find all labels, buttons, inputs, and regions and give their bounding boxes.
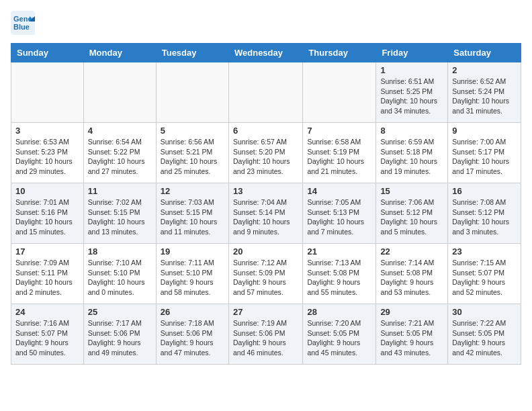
day-number: 7: [307, 126, 371, 136]
calendar-header-row: SundayMondayTuesdayWednesdayThursdayFrid…: [11, 44, 521, 62]
day-info: Sunrise: 6:57 AM Sunset: 5:20 PM Dayligh…: [233, 137, 298, 177]
day-number: 21: [307, 246, 371, 257]
calendar-cell: 4Sunrise: 6:54 AM Sunset: 5:22 PM Daylig…: [83, 123, 156, 183]
day-info: Sunrise: 7:17 AM Sunset: 5:06 PM Dayligh…: [88, 318, 152, 358]
calendar-row: 3Sunrise: 6:53 AM Sunset: 5:23 PM Daylig…: [11, 123, 521, 183]
header: General Blue: [11, 11, 521, 35]
day-info: Sunrise: 7:14 AM Sunset: 5:08 PM Dayligh…: [380, 258, 443, 298]
day-info: Sunrise: 6:53 AM Sunset: 5:23 PM Dayligh…: [15, 137, 79, 177]
weekday-header: Thursday: [303, 44, 376, 62]
weekday-header: Tuesday: [156, 44, 228, 62]
calendar-cell: 12Sunrise: 7:03 AM Sunset: 5:15 PM Dayli…: [156, 183, 228, 244]
calendar-row: 10Sunrise: 7:01 AM Sunset: 5:16 PM Dayli…: [11, 183, 521, 244]
day-info: Sunrise: 7:15 AM Sunset: 5:07 PM Dayligh…: [452, 258, 517, 298]
calendar-cell: 25Sunrise: 7:17 AM Sunset: 5:06 PM Dayli…: [83, 304, 156, 365]
day-number: 4: [88, 126, 152, 136]
calendar-cell: 26Sunrise: 7:18 AM Sunset: 5:06 PM Dayli…: [156, 304, 228, 365]
calendar-cell: 23Sunrise: 7:15 AM Sunset: 5:07 PM Dayli…: [448, 244, 521, 304]
day-info: Sunrise: 7:09 AM Sunset: 5:11 PM Dayligh…: [15, 258, 79, 298]
calendar-cell: 18Sunrise: 7:10 AM Sunset: 5:10 PM Dayli…: [83, 244, 156, 304]
day-info: Sunrise: 7:20 AM Sunset: 5:05 PM Dayligh…: [307, 318, 371, 358]
day-number: 17: [15, 246, 79, 257]
day-number: 29: [380, 307, 443, 317]
calendar-cell: [156, 62, 228, 123]
day-number: 5: [161, 126, 224, 136]
calendar-body: 1Sunrise: 6:51 AM Sunset: 5:25 PM Daylig…: [11, 62, 521, 365]
day-info: Sunrise: 7:22 AM Sunset: 5:05 PM Dayligh…: [452, 318, 517, 358]
day-info: Sunrise: 7:12 AM Sunset: 5:09 PM Dayligh…: [233, 258, 298, 298]
day-info: Sunrise: 6:58 AM Sunset: 5:19 PM Dayligh…: [307, 137, 371, 177]
day-info: Sunrise: 6:59 AM Sunset: 5:18 PM Dayligh…: [380, 137, 443, 177]
day-number: 24: [15, 307, 79, 317]
weekday-header: Friday: [376, 44, 448, 62]
day-number: 3: [15, 126, 79, 136]
day-number: 8: [380, 126, 443, 136]
calendar-cell: 22Sunrise: 7:14 AM Sunset: 5:08 PM Dayli…: [376, 244, 448, 304]
day-number: 12: [161, 186, 224, 196]
weekday-header: Wednesday: [228, 44, 302, 62]
day-number: 27: [233, 307, 298, 317]
calendar-cell: 30Sunrise: 7:22 AM Sunset: 5:05 PM Dayli…: [448, 304, 521, 365]
day-info: Sunrise: 7:02 AM Sunset: 5:15 PM Dayligh…: [88, 197, 152, 237]
day-info: Sunrise: 7:06 AM Sunset: 5:12 PM Dayligh…: [380, 197, 443, 237]
calendar-cell: 15Sunrise: 7:06 AM Sunset: 5:12 PM Dayli…: [376, 183, 448, 244]
calendar-cell: 2Sunrise: 6:52 AM Sunset: 5:24 PM Daylig…: [448, 62, 521, 123]
calendar-cell: 1Sunrise: 6:51 AM Sunset: 5:25 PM Daylig…: [376, 62, 448, 123]
day-info: Sunrise: 7:01 AM Sunset: 5:16 PM Dayligh…: [15, 197, 79, 237]
day-number: 20: [233, 246, 298, 257]
calendar-cell: 14Sunrise: 7:05 AM Sunset: 5:13 PM Dayli…: [303, 183, 376, 244]
calendar-cell: 20Sunrise: 7:12 AM Sunset: 5:09 PM Dayli…: [228, 244, 302, 304]
day-info: Sunrise: 7:08 AM Sunset: 5:12 PM Dayligh…: [452, 197, 517, 237]
day-number: 25: [88, 307, 152, 317]
day-info: Sunrise: 6:52 AM Sunset: 5:24 PM Dayligh…: [452, 77, 517, 116]
calendar-cell: [11, 62, 84, 123]
day-number: 28: [307, 307, 371, 317]
day-info: Sunrise: 7:19 AM Sunset: 5:06 PM Dayligh…: [233, 318, 298, 358]
calendar-cell: [228, 62, 302, 123]
calendar-cell: 10Sunrise: 7:01 AM Sunset: 5:16 PM Dayli…: [11, 183, 84, 244]
day-number: 22: [380, 246, 443, 257]
calendar-cell: 19Sunrise: 7:11 AM Sunset: 5:10 PM Dayli…: [156, 244, 228, 304]
calendar-cell: 17Sunrise: 7:09 AM Sunset: 5:11 PM Dayli…: [11, 244, 84, 304]
calendar-cell: 6Sunrise: 6:57 AM Sunset: 5:20 PM Daylig…: [228, 123, 302, 183]
day-number: 2: [452, 65, 517, 75]
calendar-cell: 8Sunrise: 6:59 AM Sunset: 5:18 PM Daylig…: [376, 123, 448, 183]
day-info: Sunrise: 6:56 AM Sunset: 5:21 PM Dayligh…: [161, 137, 224, 177]
calendar-cell: 29Sunrise: 7:21 AM Sunset: 5:05 PM Dayli…: [376, 304, 448, 365]
day-number: 30: [452, 307, 517, 317]
day-number: 26: [161, 307, 224, 317]
calendar-row: 1Sunrise: 6:51 AM Sunset: 5:25 PM Daylig…: [11, 62, 521, 123]
calendar-cell: 13Sunrise: 7:04 AM Sunset: 5:14 PM Dayli…: [228, 183, 302, 244]
day-number: 1: [380, 65, 443, 75]
day-number: 10: [15, 186, 79, 196]
calendar-cell: 7Sunrise: 6:58 AM Sunset: 5:19 PM Daylig…: [303, 123, 376, 183]
calendar-cell: 27Sunrise: 7:19 AM Sunset: 5:06 PM Dayli…: [228, 304, 302, 365]
svg-text:Blue: Blue: [13, 23, 30, 31]
calendar-cell: 5Sunrise: 6:56 AM Sunset: 5:21 PM Daylig…: [156, 123, 228, 183]
logo: General Blue: [11, 11, 38, 35]
day-number: 15: [380, 186, 443, 196]
day-info: Sunrise: 7:13 AM Sunset: 5:08 PM Dayligh…: [307, 258, 371, 298]
day-number: 16: [452, 186, 517, 196]
calendar-cell: 9Sunrise: 7:00 AM Sunset: 5:17 PM Daylig…: [448, 123, 521, 183]
day-number: 14: [307, 186, 371, 196]
day-number: 6: [233, 126, 298, 136]
calendar-cell: [83, 62, 156, 123]
calendar-cell: 11Sunrise: 7:02 AM Sunset: 5:15 PM Dayli…: [83, 183, 156, 244]
day-info: Sunrise: 7:21 AM Sunset: 5:05 PM Dayligh…: [380, 318, 443, 358]
calendar-table: SundayMondayTuesdayWednesdayThursdayFrid…: [11, 43, 521, 365]
day-info: Sunrise: 7:16 AM Sunset: 5:07 PM Dayligh…: [15, 318, 79, 358]
calendar-cell: 3Sunrise: 6:53 AM Sunset: 5:23 PM Daylig…: [11, 123, 84, 183]
day-info: Sunrise: 6:54 AM Sunset: 5:22 PM Dayligh…: [88, 137, 152, 177]
day-info: Sunrise: 6:51 AM Sunset: 5:25 PM Dayligh…: [380, 77, 443, 116]
calendar-cell: 24Sunrise: 7:16 AM Sunset: 5:07 PM Dayli…: [11, 304, 84, 365]
day-number: 23: [452, 246, 517, 257]
day-info: Sunrise: 7:11 AM Sunset: 5:10 PM Dayligh…: [161, 258, 224, 298]
day-info: Sunrise: 7:05 AM Sunset: 5:13 PM Dayligh…: [307, 197, 371, 237]
day-number: 13: [233, 186, 298, 196]
day-info: Sunrise: 7:00 AM Sunset: 5:17 PM Dayligh…: [452, 137, 517, 177]
calendar-cell: 28Sunrise: 7:20 AM Sunset: 5:05 PM Dayli…: [303, 304, 376, 365]
calendar-cell: 21Sunrise: 7:13 AM Sunset: 5:08 PM Dayli…: [303, 244, 376, 304]
weekday-header: Monday: [83, 44, 156, 62]
logo-icon: General Blue: [11, 11, 35, 35]
